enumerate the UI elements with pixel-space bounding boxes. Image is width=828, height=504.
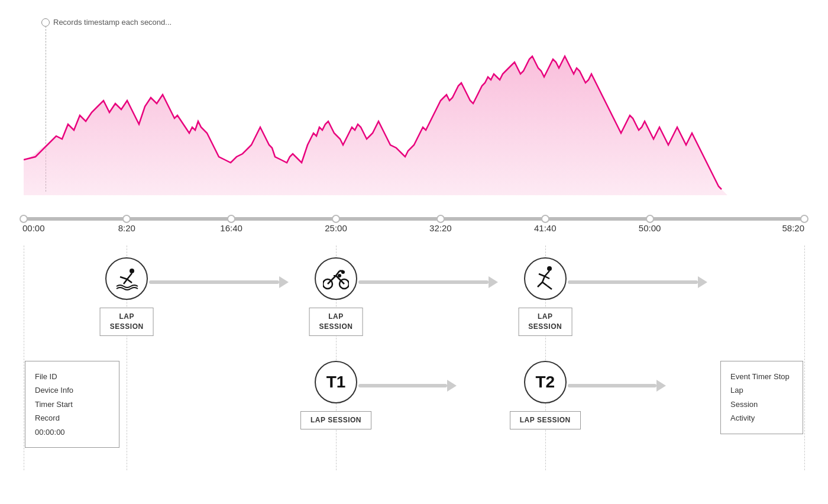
timeline-dot-1 xyxy=(122,215,131,223)
time-label-1: 8:20 xyxy=(118,223,135,233)
t1-label: T1 xyxy=(326,373,346,392)
t1-circle: T1 xyxy=(315,361,357,403)
t1-lap-session-label: LAP SESSION xyxy=(310,416,361,424)
svg-point-14 xyxy=(547,266,552,271)
time-label-2: 16:40 xyxy=(220,223,242,233)
svg-line-21 xyxy=(545,276,549,279)
swim-lap-session-box: LAPSESSION xyxy=(100,308,154,336)
time-label-6: 50:00 xyxy=(639,223,661,233)
timeline-dot-2 xyxy=(227,215,235,223)
chart-area: Records timestamp each second... xyxy=(24,12,804,207)
svg-line-3 xyxy=(124,279,127,284)
end-line-3: Session xyxy=(730,398,793,411)
svg-line-18 xyxy=(538,282,542,287)
start-info-box: File ID Device Info Timer Start Record 0… xyxy=(25,361,119,448)
start-line-3: Timer Start xyxy=(35,398,109,411)
run-lap-session-box: LAPSESSION xyxy=(518,308,572,336)
start-line-5: 00:00:00 xyxy=(35,425,109,439)
svg-line-17 xyxy=(542,276,545,282)
annotation-circle xyxy=(41,18,50,27)
bike-icon-circle xyxy=(315,257,357,300)
start-line-1: File ID xyxy=(35,370,109,383)
t2-lap-session-label: LAP SESSION xyxy=(520,416,571,424)
svg-line-1 xyxy=(127,273,132,279)
run-icon-circle xyxy=(524,257,567,300)
svg-point-12 xyxy=(341,270,345,274)
run-arrow xyxy=(568,276,707,288)
t2-label: T2 xyxy=(535,373,555,392)
swim-icon-circle xyxy=(105,257,148,300)
swim-lap-session-label: LAPSESSION xyxy=(110,312,144,331)
timeline-dot-4 xyxy=(436,215,445,223)
end-line-2: Lap xyxy=(730,383,793,397)
svg-line-16 xyxy=(539,274,545,276)
svg-line-4 xyxy=(127,279,132,283)
timeline-dot-7 xyxy=(800,215,808,223)
timeline-dot-5 xyxy=(541,215,549,223)
bike-lap-session-box: LAPSESSION xyxy=(309,308,363,336)
time-label-0: 00:00 xyxy=(22,223,45,233)
bike-icon xyxy=(323,267,349,290)
vline-0 xyxy=(24,245,24,470)
svg-point-0 xyxy=(130,269,134,273)
time-label-7: 58:20 xyxy=(782,223,804,233)
timeline-dot-3 xyxy=(332,215,340,223)
activity-area: LAPSESSION LAPSESSION xyxy=(24,251,804,470)
t1-arrow xyxy=(358,380,457,392)
end-line-4: Activity xyxy=(730,411,793,425)
chart-annotation: Records timestamp each second... xyxy=(41,18,172,27)
swim-icon xyxy=(114,266,139,291)
time-label-4: 32:20 xyxy=(429,223,452,233)
run-icon xyxy=(533,266,558,292)
end-info-box: Event Timer Stop Lap Session Activity xyxy=(720,361,803,434)
timeline-area: 00:00 8:20 16:40 25:00 32:20 41:40 50:00… xyxy=(24,210,804,240)
vline-4 xyxy=(804,245,805,470)
bike-arrow xyxy=(358,276,498,288)
time-label-5: 41:40 xyxy=(534,223,557,233)
bike-lap-session-label: LAPSESSION xyxy=(319,312,353,331)
annotation-text: Records timestamp each second... xyxy=(53,18,172,27)
svg-point-11 xyxy=(338,274,341,277)
start-line-4: Record xyxy=(35,411,109,425)
svg-line-19 xyxy=(542,282,547,286)
t1-lap-session-box: LAP SESSION xyxy=(300,411,371,429)
svg-line-20 xyxy=(547,286,552,289)
t2-lap-session-box: LAP SESSION xyxy=(510,411,581,429)
start-line-2: Device Info xyxy=(35,383,109,397)
t2-circle: T2 xyxy=(524,361,567,403)
main-container: Records timestamp each second... xyxy=(0,0,828,504)
timeline-bar xyxy=(24,217,804,221)
time-label-3: 25:00 xyxy=(325,223,347,233)
svg-line-15 xyxy=(545,271,549,276)
swim-arrow xyxy=(149,276,289,288)
svg-line-2 xyxy=(120,277,127,279)
run-lap-session-label: LAPSESSION xyxy=(528,312,562,331)
heart-rate-chart xyxy=(24,30,804,201)
t2-arrow xyxy=(568,380,666,392)
timeline-dot-6 xyxy=(646,215,654,223)
timeline-dot-0 xyxy=(20,215,28,223)
end-line-1: Event Timer Stop xyxy=(730,370,793,383)
